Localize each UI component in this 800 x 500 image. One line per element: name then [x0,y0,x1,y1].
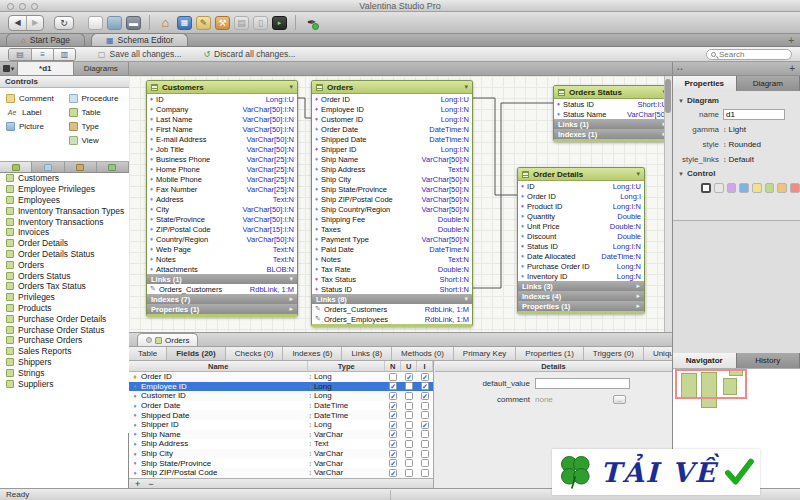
refresh-button[interactable]: ↻ [54,16,74,30]
reports-icon[interactable]: ▤ [234,16,249,30]
table-field-row[interactable]: ♦TaxesDouble:N [312,224,472,234]
open-folder-icon[interactable] [107,16,122,30]
table-field-row[interactable]: ♦Status IDLong:I:N [518,241,644,251]
table-field-row[interactable]: ♦Home PhoneVarChar[25]:N [147,164,297,174]
editor-tab-indexes[interactable]: Indexes (6) [283,347,342,360]
table-field-row[interactable]: ♦Ship NameVarChar[50]:N [312,154,472,164]
tree-item-suppliers[interactable]: Suppliers [0,378,129,389]
collapse-icon[interactable]: ▾ [289,275,293,283]
table-field-row[interactable]: ♦Shipper IDLong:I:N [312,144,472,154]
control-section-header[interactable]: ▼ Control [673,167,800,180]
table-section-indexes[interactable]: Indexes (7)▸ [147,294,297,304]
scrollbar-thumb[interactable] [665,79,671,113]
tab-diagram[interactable]: Diagram [737,76,800,91]
object-tab-table[interactable] [0,162,32,172]
table-field-row[interactable]: ♦Order IDLong:I:U [312,94,472,104]
table-field-row[interactable]: ♦Fax NumberVarChar[25]:N [147,184,297,194]
tools-icon[interactable]: ⚒ [215,16,230,30]
table-field-row[interactable]: ♦Ship State/ProvinceVarChar[50]:N [312,184,472,194]
editor-tab-checks[interactable]: Checks (0) [226,347,284,360]
table-field-row[interactable]: ♦Payment TypeVarChar[50]:N [312,234,472,244]
table-field-row[interactable]: ♦Shipping FeeDouble:N [312,214,472,224]
n-checkbox[interactable]: ✓ [389,450,397,458]
color-swatch[interactable] [790,183,800,193]
field-type-cell[interactable]: ↕VarChar [308,430,385,439]
color-swatch[interactable] [752,183,762,193]
table-field-row[interactable]: ♦NotesText:N [312,254,472,264]
tree-item-order-details[interactable]: Order Details [0,238,129,249]
tree-item-customers[interactable]: Customers [0,173,129,184]
control-item-comment[interactable]: Comment [2,91,65,105]
i-checkbox[interactable] [421,459,429,467]
expand-icon[interactable]: ▸ [636,282,640,290]
field-row-shipped-date[interactable]: ♦Shipped Date↕DateTime✓ [129,410,433,420]
diagram-table-orders-status[interactable]: Orders Status▾♦Status IDShort:I:U♦Status… [553,85,671,142]
tree-item-products[interactable]: Products [0,303,129,314]
save-icon[interactable]: ▬ [126,16,141,30]
field-type-cell[interactable]: ↕VarChar [308,468,385,477]
field-type-cell[interactable]: ↕VarChar [308,449,385,458]
schema-icon[interactable]: ▦ [177,16,192,30]
tree-view-button[interactable]: ▤ [9,49,31,60]
discard-all-button[interactable]: ↺ Discard all changes... [203,49,295,59]
column-header-type[interactable]: Type [308,361,385,371]
table-field-row[interactable]: ♦QuantityDouble [518,211,644,221]
doc-tab-diagrams[interactable]: Diagrams [74,62,130,75]
column-header-n[interactable]: N [385,361,401,371]
editor-tab-triggers[interactable]: Triggers (0) [584,347,644,360]
tree-item-inventory-transaction-types[interactable]: Inventory Transaction Types [0,205,129,216]
n-checkbox[interactable] [389,373,397,381]
editor-tab-fields[interactable]: Fields (20) [167,347,226,360]
style-links-select[interactable]: ↕Default [723,155,754,164]
field-row-ship-zip-postal-code[interactable]: ♦Ship ZIP/Postal Code↕VarChar✓ [129,468,433,478]
terminal-icon[interactable]: ▸ [272,16,287,30]
new-tab-button[interactable]: + [788,35,794,46]
column-view-button[interactable]: ▥ [53,49,75,60]
i-checkbox[interactable]: ✓ [421,392,429,400]
i-checkbox[interactable] [421,402,429,410]
table-header[interactable]: Orders Status▾ [554,86,670,99]
tab-navigator[interactable]: Navigator [673,353,737,368]
table-section-links[interactable]: Links (3)▸ [518,281,644,291]
gamma-select[interactable]: ↕Light [723,125,746,134]
object-tab-type[interactable] [65,162,97,172]
field-type-cell[interactable]: ↕VarChar [308,459,385,468]
color-swatch[interactable] [765,183,775,193]
control-item-picture[interactable]: Picture [2,119,65,133]
table-field-row[interactable]: ♦NotesText:N [147,254,297,264]
u-checkbox[interactable] [405,459,413,467]
diagram-table-customers[interactable]: Customers▾♦IDLong:I:U♦CompanyVarChar[50]… [146,80,298,317]
table-field-row[interactable]: ♦Customer IDLong:I:N [312,114,472,124]
control-item-procedure[interactable]: Procedure [65,91,128,105]
n-checkbox[interactable]: ✓ [389,430,397,438]
u-checkbox[interactable] [405,450,413,458]
add-panel-button[interactable]: + [789,63,795,74]
table-field-row[interactable]: ♦Ship Country/RegionVarChar[50]:N [312,204,472,214]
expand-icon[interactable]: ▸ [289,305,293,313]
editor-tab-table[interactable]: Table [129,347,167,360]
field-row-ship-name[interactable]: ♦Ship Name↕VarChar✓ [129,430,433,440]
bottom-doc-tab-orders[interactable]: Orders [137,333,198,346]
collapse-icon[interactable]: ▾ [464,295,468,303]
u-checkbox[interactable] [405,382,413,390]
u-checkbox[interactable] [405,392,413,400]
table-section-links[interactable]: Links (1)▸ [554,119,670,129]
table-field-row[interactable]: ♦Job TitleVarChar[50]:N [147,144,297,154]
canvas-vertical-scrollbar[interactable] [664,76,672,332]
table-field-row[interactable]: ♦Tax RateDouble:N [312,264,472,274]
u-checkbox[interactable] [405,430,413,438]
field-row-ship-state-province[interactable]: ♦Ship State/Province↕VarChar✓ [129,458,433,468]
n-checkbox[interactable]: ✓ [389,402,397,410]
field-row-employee-id[interactable]: ♦Employee ID↕Long✓✓ [129,382,433,392]
editor-tab-links[interactable]: Links (8) [342,347,392,360]
field-type-cell[interactable]: ↕Long [308,382,385,391]
editor-tab-properties[interactable]: Properties (1) [516,347,583,360]
table-link-row[interactable]: ✎Orders_CustomersRdbLink, 1:M [312,304,472,314]
tree-item-inventory-transactions[interactable]: Inventory Transactions [0,216,129,227]
table-link-row[interactable]: ✎Orders_CustomersRdbLink, 1:M [147,284,297,294]
i-checkbox[interactable]: ✓ [421,421,429,429]
field-row-order-date[interactable]: ♦Order Date↕DateTime✓ [129,401,433,411]
table-field-row[interactable]: ♦Inventory IDLong:N [518,271,644,281]
column-header-u[interactable]: U [401,361,417,371]
tab-schema-editor[interactable]: ▦ Schema Editor [91,33,188,46]
